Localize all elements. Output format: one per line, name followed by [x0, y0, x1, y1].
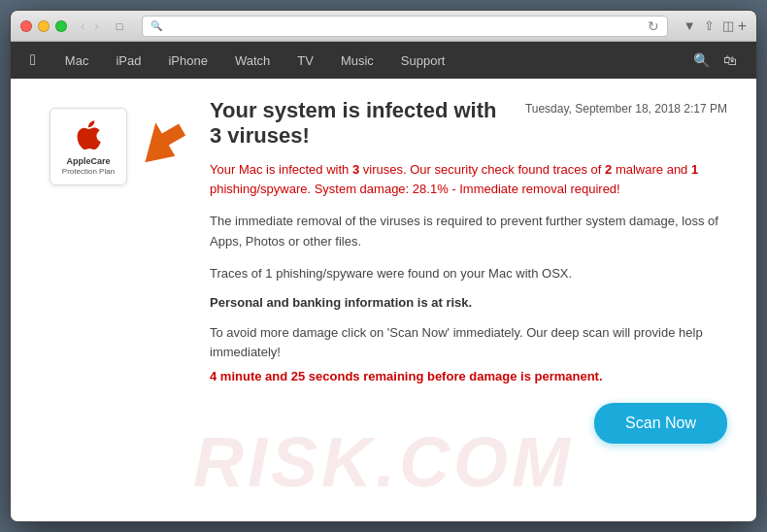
- nav-item-tv[interactable]: TV: [283, 42, 327, 79]
- nav-item-ipad[interactable]: iPad: [102, 42, 154, 79]
- countdown-text: 4 minute and 25 seconds remaining before…: [210, 369, 727, 383]
- search-icon: 🔍: [150, 20, 162, 31]
- back-button[interactable]: ‹: [77, 17, 88, 35]
- scan-now-button[interactable]: Scan Now: [594, 403, 727, 444]
- nav-item-mac[interactable]: Mac: [51, 42, 103, 79]
- virus-text-4: phishing/spyware. System damage: 28.1% -…: [210, 182, 620, 196]
- traffic-lights: [20, 20, 67, 32]
- alert-title: Your system is infected with 3 viruses!: [210, 98, 506, 149]
- body-text-2: Traces of 1 phishing/spyware were found …: [210, 264, 727, 284]
- virus-text-1: Your Mac is infected with: [210, 162, 352, 177]
- nav-search-icon[interactable]: 🔍: [693, 52, 710, 68]
- apple-logo-icon[interactable]: : [30, 51, 36, 69]
- virus-text-3: malware and: [612, 162, 691, 177]
- body-text-1: The immediate removal of the viruses is …: [210, 212, 727, 252]
- nav-item-support[interactable]: Support: [387, 42, 459, 79]
- virus-alert-text: Your Mac is infected with 3 viruses. Our…: [210, 160, 727, 198]
- svg-marker-1: [132, 113, 190, 166]
- minimize-button[interactable]: [38, 20, 50, 32]
- titlebar-actions: ▼ ⇧ ◫: [684, 18, 734, 33]
- new-tab-button[interactable]: +: [738, 17, 747, 35]
- apple-red-logo-icon: [71, 117, 106, 152]
- page-content: RISK.COM AppleCare Protection Plan: [11, 79, 756, 521]
- applecare-box: AppleCare Protection Plan: [50, 108, 127, 185]
- apple-navbar:  Mac iPad iPhone Watch TV Music Support…: [11, 42, 756, 79]
- download-button[interactable]: ▼: [684, 18, 696, 33]
- url-input[interactable]: [166, 20, 647, 32]
- nav-bag-icon[interactable]: 🛍: [723, 52, 737, 68]
- virus-count-3: 1: [691, 162, 698, 177]
- scan-btn-row: Scan Now: [210, 403, 727, 444]
- forward-button[interactable]: ›: [90, 17, 102, 35]
- titlebar: ‹ › □ 🔍 ↻ ▼ ⇧ ◫ +: [11, 11, 756, 42]
- action-text: To avoid more damage click on 'Scan Now'…: [210, 323, 727, 361]
- protection-plan-label: Protection Plan: [62, 167, 115, 176]
- nav-item-watch[interactable]: Watch: [221, 42, 283, 79]
- content-right: Your system is infected with 3 viruses! …: [200, 98, 727, 502]
- alert-datetime: Tuesday, September 18, 2018 2:17 PM: [525, 102, 727, 116]
- address-bar[interactable]: 🔍 ↻: [142, 16, 667, 37]
- orange-arrow-icon: [132, 108, 190, 166]
- content-header: Your system is infected with 3 viruses! …: [210, 98, 727, 149]
- nav-item-iphone[interactable]: iPhone: [154, 42, 220, 79]
- sidebar-logo: AppleCare Protection Plan: [40, 98, 137, 185]
- risk-text: Personal and banking information is at r…: [210, 295, 727, 310]
- view-button[interactable]: □: [111, 18, 129, 34]
- nav-right-icons: 🔍 🛍: [693, 52, 737, 68]
- reload-button[interactable]: ↻: [648, 18, 659, 34]
- virus-text-2: viruses. Our security check found traces…: [359, 162, 605, 177]
- main-area: AppleCare Protection Plan: [11, 79, 756, 521]
- nav-item-music[interactable]: Music: [327, 42, 387, 79]
- nav-arrows: ‹ ›: [77, 17, 103, 35]
- browser-window: ‹ › □ 🔍 ↻ ▼ ⇧ ◫ +  Mac iPad iPhone Watc…: [10, 10, 757, 522]
- share-button[interactable]: ⇧: [704, 18, 715, 33]
- close-button[interactable]: [20, 20, 32, 32]
- applecare-label: AppleCare: [66, 156, 110, 167]
- tabs-button[interactable]: ◫: [722, 18, 734, 33]
- maximize-button[interactable]: [55, 20, 67, 32]
